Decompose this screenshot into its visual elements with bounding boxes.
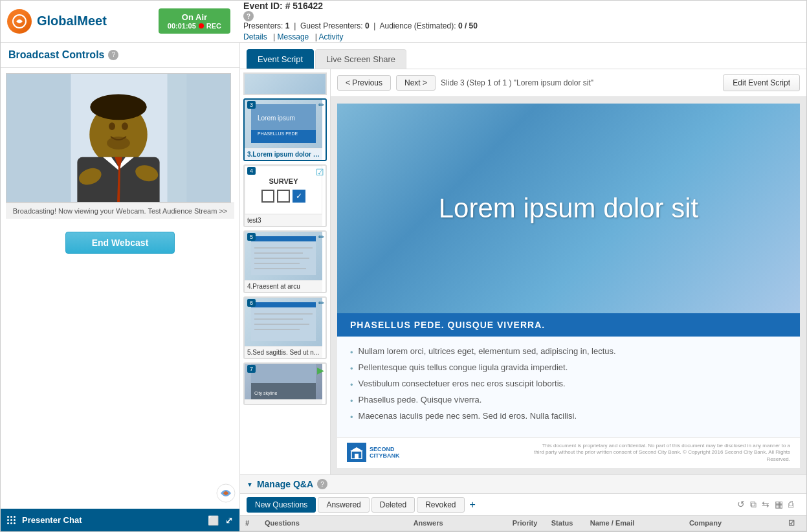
slide-display-area: < Previous Next > Slide 3 (Step 1 of 1 )…: [331, 69, 806, 474]
building-icon: [347, 443, 366, 462]
broadcasting-message: Broadcasting! Now viewing your Webcam. T…: [6, 203, 234, 219]
bullet-text: Pellentesque quis tellus congue ligula g…: [359, 362, 568, 372]
qa-toolbar: ↺ ⧉ ⇆ ▦ ⎙: [731, 496, 800, 513]
add-question-icon[interactable]: +: [470, 499, 476, 511]
survey-box: [261, 190, 274, 203]
message-link[interactable]: Message: [278, 32, 309, 41]
col-checkbox: ☑: [788, 519, 801, 527]
survey-box-checked: ✓: [293, 190, 305, 203]
slide-bullet-2: • Pellentesque quis tellus congue ligula…: [350, 362, 787, 373]
bullet-text: Maecenas iaculis pede nec sem. Sed id er…: [359, 411, 577, 421]
svg-rect-21: [251, 236, 316, 241]
print-icon[interactable]: ⎙: [788, 499, 793, 510]
bullet-text: Phasellus pede. Quisque viverra.: [359, 395, 482, 405]
thumb-number: 6: [247, 299, 256, 307]
tab-answered[interactable]: Answered: [318, 497, 369, 513]
on-air-status: On Air 00:01:05 REC: [159, 8, 230, 34]
qa-header: ▼ Manage Q&A ?: [240, 475, 806, 494]
survey-boxes: ✓: [261, 190, 305, 203]
slide-disclaimer: This document is proprietary and confide…: [531, 443, 790, 463]
thumb-preview: Lorem ipsum PHASELLUS PEDE: [245, 100, 322, 148]
thumb-preview: [245, 72, 326, 95]
bullet-icon: •: [350, 412, 353, 422]
slide-info: Slide 3 (Step 1 of 1 ) "Lorem ipsum dolo…: [441, 78, 718, 87]
sidebar-header: Broadcast Controls ?: [1, 43, 239, 68]
tab-new-questions[interactable]: New Questions: [247, 497, 316, 513]
collab-icon: [216, 483, 236, 504]
end-webcast-button[interactable]: End Webcast: [65, 232, 175, 254]
thumb-number: 3: [247, 101, 256, 109]
tab-revoked[interactable]: Revoked: [417, 497, 464, 513]
main-content: Broadcast Controls ?: [1, 43, 806, 531]
slide-subtitle-bar: PHASELLUS PEDE. QUISQUE VIVERRA.: [337, 313, 800, 337]
slide-subtitle-text: PHASELLUS PEDE. QUISQUE VIVERRA.: [350, 320, 545, 330]
copy-icon[interactable]: ⧉: [750, 499, 757, 510]
bank-name: SECOND CITYBANK: [370, 446, 400, 459]
broadcast-controls-title: Broadcast Controls: [8, 49, 104, 61]
qa-help-icon[interactable]: ?: [317, 479, 327, 489]
logo-icon: [7, 9, 32, 34]
survey-title: SURVEY: [269, 177, 298, 185]
slide-panel: 2.Lorem ipsum dolor s... 3 ✏ Lorem ipsum: [240, 69, 806, 474]
svg-marker-37: [350, 447, 363, 451]
table-icon[interactable]: ▦: [775, 499, 783, 510]
slide-body: • Nullam lorem orci, ultrices eget, elem…: [337, 337, 800, 437]
thumb-label: 5.Sed sagittis. Sed ut n...: [245, 346, 322, 358]
edit-icon: ✏: [318, 101, 324, 109]
chat-expand-icon[interactable]: ⬜: [208, 515, 219, 526]
link-icon[interactable]: ⇆: [762, 499, 769, 510]
presenter-chat-label: Presenter Chat: [22, 515, 82, 525]
list-item[interactable]: 4 ☑ SURVEY ✓ test3: [243, 164, 327, 227]
webcam-area: Broadcasting! Now viewing your Webcam. T…: [1, 68, 239, 224]
svg-point-9: [107, 137, 130, 150]
slide-footer: SECOND CITYBANK This document is proprie…: [337, 437, 800, 468]
col-answers: Answers: [414, 519, 513, 527]
broadcast-help-icon[interactable]: ?: [108, 50, 118, 60]
event-info: Event ID: # 516422 ? Presenters: 1 | Gue…: [243, 1, 478, 41]
slide-display: Lorem ipsum dolor sit PHASELLUS PEDE. QU…: [331, 97, 806, 474]
previous-button[interactable]: < Previous: [337, 75, 391, 91]
logo-text: GlobalMeet: [37, 14, 107, 28]
event-links: Details | Message | Activity: [243, 32, 478, 41]
svg-point-10: [90, 94, 146, 120]
qa-tabs: New Questions Answered Deleted Revoked +…: [240, 494, 806, 516]
thumb-preview: SURVEY ✓: [245, 166, 322, 214]
thumb-label: 4.Praesent at arcu: [245, 280, 322, 292]
chat-popout-icon[interactable]: ⤢: [225, 515, 233, 526]
edit-event-script-button[interactable]: Edit Event Script: [723, 74, 800, 91]
refresh-icon[interactable]: ↺: [737, 499, 745, 510]
tab-event-script[interactable]: Event Script: [247, 49, 314, 69]
thumb-number: 4: [247, 167, 256, 175]
edit-icon: ✏: [318, 299, 324, 307]
edit-icon: ✏: [318, 233, 324, 241]
next-button[interactable]: Next >: [396, 75, 436, 91]
play-icon: ▶: [317, 365, 324, 375]
event-id-help-icon[interactable]: ?: [243, 11, 254, 21]
tab-deleted[interactable]: Deleted: [371, 497, 415, 513]
slide-content: Lorem ipsum dolor sit PHASELLUS PEDE. QU…: [337, 104, 800, 468]
list-item[interactable]: 7 ▶ City skyline: [243, 362, 327, 405]
header: GlobalMeet On Air 00:01:05 REC Event ID:…: [1, 1, 806, 43]
slide-top-section: Lorem ipsum dolor sit: [337, 104, 800, 313]
thumb-preview: [245, 232, 322, 280]
tab-live-screen-share[interactable]: Live Screen Share: [315, 49, 406, 69]
svg-point-8: [122, 122, 128, 130]
bullet-icon: •: [350, 396, 353, 406]
logo: GlobalMeet: [7, 9, 107, 34]
list-item[interactable]: 2.Lorem ipsum dolor s...: [243, 72, 327, 95]
bank-logo: SECOND CITYBANK: [347, 443, 400, 462]
webcam-display: [6, 73, 231, 203]
list-item[interactable]: 3 ✏ Lorem ipsum PHASELLUS PEDE 3.Lorem i…: [243, 98, 327, 161]
grid-icon[interactable]: [7, 516, 16, 524]
details-link[interactable]: Details: [243, 32, 267, 41]
slide-bullet-1: • Nullam lorem orci, ultrices eget, elem…: [350, 346, 787, 357]
sidebar: Broadcast Controls ?: [1, 43, 240, 531]
svg-rect-20: [251, 236, 316, 275]
list-item[interactable]: 6 ✏ 5.Sed sagittis: [243, 296, 327, 359]
content-area: Event Script Live Screen Share 2.Lorem i…: [240, 43, 806, 531]
bullet-text: Nullam lorem orci, ultrices eget, elemen…: [359, 346, 616, 356]
activity-link[interactable]: Activity: [318, 32, 343, 41]
col-number: #: [245, 519, 265, 527]
list-item[interactable]: 5 ✏: [243, 230, 327, 293]
svg-point-7: [109, 122, 115, 130]
